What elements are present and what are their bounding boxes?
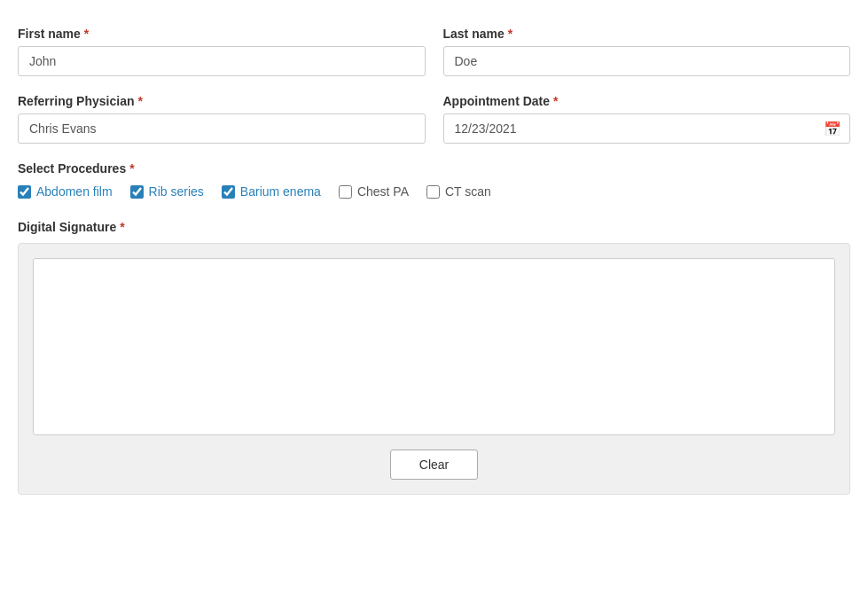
- checkbox-barium-enema[interactable]: Barium enema: [222, 184, 321, 199]
- checkbox-abdomen-film-input[interactable]: [18, 185, 31, 199]
- first-name-input[interactable]: [18, 46, 426, 76]
- procedures-section: Select Procedures* Abdomen film Rib seri…: [18, 161, 850, 199]
- date-input-wrapper: 📅: [443, 113, 851, 144]
- last-name-group: Last name*: [443, 27, 851, 76]
- checkbox-rib-series-input[interactable]: [130, 185, 144, 199]
- checkboxes-row: Abdomen film Rib series Barium enema Che…: [18, 184, 850, 199]
- referring-physician-input[interactable]: [18, 113, 426, 144]
- checkbox-chest-pa[interactable]: Chest PA: [339, 184, 409, 199]
- digital-signature-label: Digital Signature*: [18, 220, 850, 234]
- last-name-label: Last name*: [443, 27, 851, 41]
- appointment-date-label: Appointment Date*: [443, 94, 851, 108]
- appointment-date-group: Appointment Date* 📅: [443, 94, 851, 144]
- first-name-label: First name*: [18, 27, 426, 41]
- name-row: First name* Last name*: [18, 27, 850, 76]
- checkbox-chest-pa-input[interactable]: [339, 185, 352, 199]
- checkbox-ct-scan-input[interactable]: [426, 185, 440, 199]
- form-container: First name* Last name* Referring Physici…: [18, 27, 850, 495]
- first-name-group: First name*: [18, 27, 426, 76]
- checkbox-abdomen-film[interactable]: Abdomen film: [18, 184, 113, 199]
- appointment-date-input[interactable]: [443, 113, 851, 144]
- signature-outer: Clear: [18, 243, 850, 495]
- signature-canvas[interactable]: [33, 258, 835, 435]
- physician-date-row: Referring Physician* Appointment Date* 📅: [18, 94, 850, 144]
- referring-physician-label: Referring Physician*: [18, 94, 426, 108]
- checkbox-ct-scan[interactable]: CT scan: [426, 184, 491, 199]
- checkbox-rib-series[interactable]: Rib series: [130, 184, 204, 199]
- referring-physician-group: Referring Physician*: [18, 94, 426, 144]
- clear-button[interactable]: Clear: [390, 450, 478, 480]
- signature-section: Digital Signature* Clear: [18, 220, 850, 495]
- checkbox-barium-enema-input[interactable]: [222, 185, 235, 199]
- procedures-label: Select Procedures*: [18, 161, 850, 176]
- last-name-input[interactable]: [443, 46, 851, 76]
